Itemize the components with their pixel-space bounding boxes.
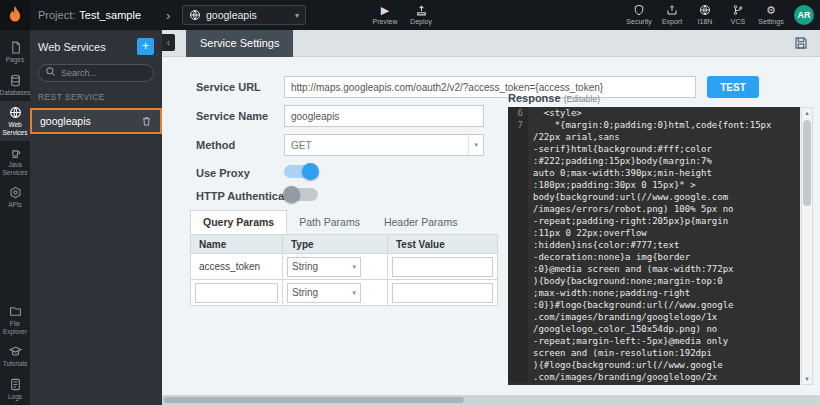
service-name-input[interactable] [284,105,484,127]
collapse-panel-button[interactable]: ‹ [162,34,175,51]
top-bar-right-actions: Security Export I18N VCS [624,3,814,25]
deploy-button[interactable]: Deploy [404,3,438,25]
sidebar-item-java-services[interactable]: Java Services [0,141,30,181]
new-param-test-value-input[interactable] [392,283,493,303]
code-line: -serif}html{background:#fff;color [508,143,800,155]
horizontal-scrollbar-thumb[interactable] [164,397,464,403]
param-test-value-input[interactable] [392,257,493,277]
caret-down-icon: ▾ [352,289,356,297]
sidebar-item-file-explorer[interactable]: File Explorer [0,300,30,340]
vcs-button[interactable]: VCS [723,3,753,25]
code-line: .com/images/branding/googlelogo/1x [508,311,800,323]
settings-button[interactable]: ⚙ Settings [756,3,786,25]
delete-service-trash-icon[interactable] [141,115,152,127]
code-line: :hidden}ins{color:#777;text [508,239,800,251]
param-type-select[interactable]: String ▾ [287,257,361,277]
service-selector-dropdown[interactable]: googleapis ▾ [182,5,306,25]
query-params-table: Name Type Test Value access_token String… [190,234,498,306]
param-type-value: String [292,287,318,298]
user-avatar[interactable]: AR [794,5,814,25]
tab-query-params[interactable]: Query Params [190,210,287,234]
graduation-cap-icon [9,345,22,358]
project-label: Project: Test_sample [38,0,141,30]
database-icon [9,74,22,87]
i18n-button[interactable]: I18N [690,3,720,25]
use-proxy-toggle[interactable] [284,165,318,178]
column-header-type: Type [283,235,388,254]
add-service-button[interactable]: + [137,38,154,55]
method-value: GET [291,140,312,151]
code-line: -decoration:none}a img{border [508,251,800,263]
rail-label: Databases [0,89,31,97]
sidebar-item-logs[interactable]: Logs [0,373,30,405]
response-code-editor[interactable]: 6 <style>7 *{margin:0;padding:0}html,cod… [508,107,800,385]
export-button[interactable]: Export [657,3,687,25]
new-param-name-input[interactable] [195,283,278,303]
save-button[interactable] [793,35,810,52]
branch-icon [732,3,744,17]
service-name-label: Service Name [196,110,268,122]
param-name-value[interactable]: access_token [195,261,278,272]
test-button[interactable]: TEST [707,76,759,98]
tab-service-settings[interactable]: Service Settings [186,30,293,57]
chevron-right-icon: › [166,0,170,30]
code-line: :#222;padding:15px}body{margin:7% [508,155,800,167]
sidebar-item-pages[interactable]: Pages [0,36,30,69]
code-line: :0}@media screen and (max-width:772px [508,263,800,275]
code-line: screen and (min-resolution:192dpi [508,347,800,359]
service-url-input[interactable] [284,76,696,98]
tab-header-params[interactable]: Header Params [372,210,470,234]
rest-service-section-label: REST SERVICE [38,92,154,102]
settings-label: Settings [758,18,783,25]
editor-scrollbar[interactable]: ▲ ▼ [801,107,813,385]
sidebar-item-databases[interactable]: Databases [0,69,30,102]
floppy-disk-icon [793,35,810,51]
editor-scrollbar-thumb[interactable] [803,120,811,206]
export-icon [666,3,678,17]
caret-down-icon: ▾ [295,11,299,20]
code-line: .com/images/branding/googlelogo/2x [508,371,800,383]
flame-icon [7,6,23,24]
method-select[interactable]: GET ▾ [284,134,484,156]
column-header-test-value: Test Value [388,235,498,254]
code-line: ){body{background:none;margin-top:0 [508,275,800,287]
vcs-label: VCS [731,18,745,25]
response-label-text: Response [508,92,561,104]
tab-path-params[interactable]: Path Params [287,210,372,234]
service-list-item-googleapis[interactable]: googleapis [30,108,162,134]
i18n-globe-icon [699,3,711,17]
code-line: ;max-width:none;padding-right [508,287,800,299]
java-cup-icon [9,146,22,159]
app-logo[interactable] [0,0,30,30]
sidebar-item-web-services[interactable]: Web Services [0,101,30,141]
use-proxy-label: Use Proxy [196,167,250,179]
column-header-name: Name [191,235,283,254]
http-authentication-toggle[interactable] [284,188,318,201]
horizontal-scrollbar[interactable] [162,395,820,405]
code-line: -repeat;margin-left:-5px}@media only [508,335,800,347]
sidebar-item-apis[interactable]: APIs [0,181,30,214]
play-icon: ▶ [381,3,389,17]
project-name: Test_sample [79,9,141,21]
service-search [38,62,154,82]
scroll-up-arrow-icon[interactable]: ▲ [802,108,812,118]
preview-button[interactable]: ▶ Preview [368,3,402,25]
code-line: body{background:url(//www.google.com [508,191,800,203]
rail-label: Tutorials [3,360,28,368]
code-line: /googlelogo_color_150x54dp.png) no [508,323,800,335]
code-line: 6 <style> [508,107,800,119]
rail-label: APIs [8,201,22,209]
editor-tab-strip: Service Settings [162,30,820,57]
rail-label: Logs [8,393,22,401]
scroll-down-arrow-icon[interactable]: ▼ [802,374,812,384]
main-content: Service Settings Service URL TEST Servic… [162,30,820,405]
sidebar-item-tutorials[interactable]: Tutorials [0,340,30,373]
new-param-type-select[interactable]: String ▾ [287,283,361,303]
method-label: Method [196,139,235,151]
security-button[interactable]: Security [624,3,654,25]
web-services-panel: Web Services + REST SERVICE googleapis [30,30,162,405]
code-line: -repeat;padding-right:205px}p{margin [508,215,800,227]
search-icon [45,66,56,77]
rail-spacer [0,214,30,301]
service-item-label: googleapis [40,115,91,127]
